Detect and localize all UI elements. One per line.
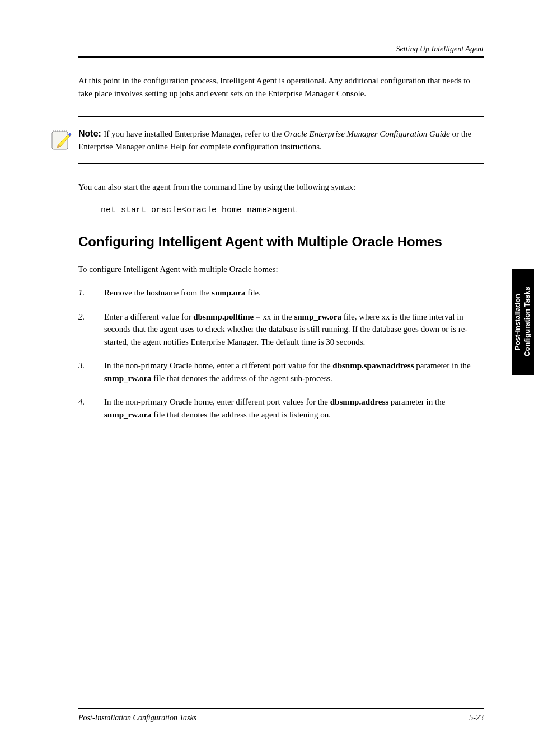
note-rule-top	[78, 116, 484, 117]
step-number: 4.	[78, 396, 104, 421]
breadcrumb: Setting Up Intelligent Agent	[78, 45, 484, 54]
page-footer: Post-Installation Configuration Tasks 5-…	[50, 708, 484, 722]
step-number: 1.	[78, 287, 104, 299]
step-body: In the non-primary Oracle home, enter a …	[104, 359, 484, 384]
step-body: In the non-primary Oracle home, enter di…	[104, 396, 484, 421]
note-block: Note: If you have installed Enterprise M…	[78, 116, 484, 164]
footer-rule	[78, 708, 484, 709]
step: 4.In the non-primary Oracle home, enter …	[78, 396, 484, 421]
header-rule	[78, 56, 484, 58]
paragraph: You can also start the agent from the co…	[78, 181, 484, 194]
step: 3.In the non-primary Oracle home, enter …	[78, 359, 484, 384]
note-body-1: If you have installed Enterprise Manager…	[104, 129, 284, 138]
step-body: Remove the hostname from the snmp.ora fi…	[104, 287, 484, 299]
step: 2.Enter a different value for dbsnmp.pol…	[78, 311, 484, 349]
step-number: 2.	[78, 311, 104, 349]
note-label: Note:	[78, 129, 104, 138]
note-text: Note: If you have installed Enterprise M…	[78, 127, 484, 153]
note-cite: Oracle Enterprise Manager Configuration …	[284, 129, 450, 138]
footer-right: 5-23	[469, 713, 484, 722]
step-body: Enter a different value for dbsnmp.pollt…	[104, 311, 484, 349]
note-icon	[50, 127, 78, 152]
step-number: 3.	[78, 359, 104, 384]
step: 1.Remove the hostname from the snmp.ora …	[78, 287, 484, 299]
paragraph: At this point in the configuration proce…	[78, 74, 484, 100]
side-tab: Post-Installation Configuration Tasks	[512, 269, 534, 375]
section-heading: Configuring Intelligent Agent with Multi…	[78, 234, 484, 250]
footer-left: Post-Installation Configuration Tasks	[78, 713, 196, 722]
code-line: net start oracle<oracle_home_name>agent	[101, 204, 484, 217]
section-intro: To configure Intelligent Agent with mult…	[78, 263, 484, 276]
note-rule-bottom	[78, 163, 484, 164]
